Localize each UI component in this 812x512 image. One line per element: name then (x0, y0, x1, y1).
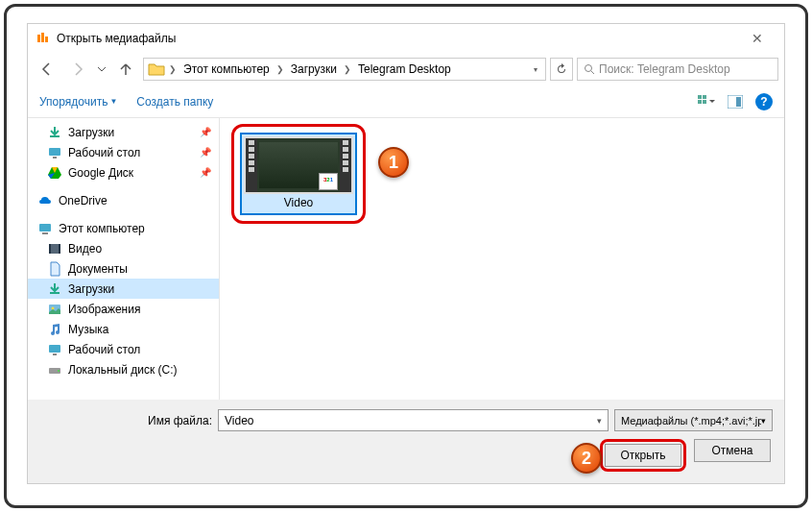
sidebar-item-documents[interactable]: Документы (28, 258, 219, 279)
svg-rect-13 (39, 224, 51, 232)
forward-button[interactable] (64, 56, 91, 83)
desktop-icon (47, 145, 62, 160)
titlebar: Открыть медиафайлы ✕ (28, 24, 784, 53)
dialog-footer: Имя файла: Video▾ Медиафайлы (*.mp4;*.av… (28, 400, 784, 483)
svg-rect-5 (698, 95, 702, 99)
drive-icon (47, 362, 62, 378)
document-icon (47, 261, 62, 277)
sidebar: Загрузки📌 Рабочий стол📌 Google Диск📌 One… (28, 118, 220, 400)
file-label: Video (244, 194, 353, 211)
pc-icon (37, 221, 53, 236)
open-button[interactable]: Открыть (605, 444, 681, 467)
file-open-dialog: Открыть медиафайлы ✕ ❯ Этот компьютер ❯ … (27, 23, 785, 484)
sidebar-item-videos[interactable]: Видео (28, 238, 219, 258)
svg-point-3 (585, 65, 592, 72)
dialog-body: Загрузки📌 Рабочий стол📌 Google Диск📌 One… (28, 118, 784, 400)
file-item-video[interactable]: 321 Video (231, 124, 366, 224)
pin-icon: 📌 (200, 147, 211, 158)
crumb-thispc[interactable]: Этот компьютер (180, 62, 273, 76)
folder-icon (148, 61, 165, 77)
download-icon (47, 281, 62, 297)
new-folder-button[interactable]: Создать папку (136, 95, 213, 109)
help-button[interactable]: ? (755, 93, 773, 110)
file-list[interactable]: 321 Video 1 (220, 118, 784, 400)
svg-rect-14 (42, 232, 48, 234)
navbar: ❯ Этот компьютер ❯ Загрузки ❯ Telegram D… (28, 53, 784, 85)
pin-icon: 📌 (200, 127, 211, 137)
chevron-icon: ❯ (276, 64, 284, 74)
chevron-down-icon[interactable]: ▾ (597, 416, 602, 426)
chevron-down-icon[interactable]: ▾ (530, 65, 541, 74)
sidebar-item-music[interactable]: Музыка (28, 319, 219, 339)
sidebar-item-desktop[interactable]: Рабочий стол📌 (28, 142, 219, 162)
download-icon (47, 125, 62, 140)
gdrive-icon (47, 165, 62, 181)
sidebar-item-thispc[interactable]: Этот компьютер (28, 218, 219, 238)
sidebar-item-images[interactable]: Изображения (28, 299, 219, 319)
svg-rect-11 (49, 148, 60, 156)
music-icon (47, 322, 62, 337)
svg-rect-16 (49, 244, 51, 254)
pin-icon: 📌 (200, 167, 211, 178)
svg-rect-2 (45, 37, 48, 42)
annotation-highlight-1: 321 Video (231, 124, 366, 224)
toolbar: Упорядочить▼ Создать папку ? (28, 85, 784, 118)
video-icon (47, 241, 62, 256)
desktop-icon (47, 342, 62, 357)
annotation-marker-2: 2 (571, 443, 602, 474)
sidebar-item-gdrive[interactable]: Google Диск📌 (28, 162, 219, 183)
search-placeholder: Поиск: Telegram Desktop (599, 62, 730, 76)
sidebar-item-downloads2[interactable]: Загрузки (28, 279, 219, 299)
svg-rect-1 (41, 33, 44, 42)
image-icon (47, 302, 62, 317)
annotation-highlight-2: Открыть (600, 439, 686, 472)
preview-pane-button[interactable] (723, 91, 748, 112)
sidebar-item-onedrive[interactable]: OneDrive (28, 190, 219, 210)
svg-point-23 (58, 370, 60, 372)
up-button[interactable] (112, 56, 139, 83)
view-icons-button[interactable] (694, 91, 719, 112)
svg-rect-7 (698, 100, 702, 104)
refresh-button[interactable] (550, 58, 573, 81)
chevron-icon: ❯ (169, 64, 177, 74)
search-input[interactable]: Поиск: Telegram Desktop (577, 58, 778, 81)
svg-line-4 (591, 71, 594, 74)
breadcrumb[interactable]: ❯ Этот компьютер ❯ Загрузки ❯ Telegram D… (143, 58, 546, 81)
search-icon (584, 63, 595, 75)
app-icon (36, 31, 51, 46)
annotation-marker-1: 1 (378, 147, 409, 178)
video-thumbnail: 321 (244, 136, 353, 194)
svg-rect-20 (49, 345, 60, 353)
filetype-filter[interactable]: Медиафайлы (*.mp4;*.avi;*.jpe▾ (614, 409, 773, 431)
filename-label: Имя файла: (39, 414, 212, 427)
crumb-telegram[interactable]: Telegram Desktop (355, 62, 454, 76)
chevron-icon: ❯ (344, 64, 351, 74)
crumb-downloads[interactable]: Загрузки (288, 62, 340, 76)
filename-input[interactable]: Video▾ (218, 409, 609, 431)
mpc-icon: 321 (319, 173, 338, 190)
svg-rect-10 (736, 97, 741, 107)
sidebar-item-desktop2[interactable]: Рабочий стол (28, 339, 219, 359)
svg-rect-0 (37, 35, 40, 42)
cloud-icon (37, 193, 53, 208)
svg-rect-8 (703, 100, 706, 104)
recent-dropdown[interactable] (95, 56, 108, 83)
back-button[interactable] (34, 56, 60, 83)
close-button[interactable]: ✕ (738, 31, 776, 46)
organize-button[interactable]: Упорядочить▼ (39, 95, 117, 109)
svg-rect-6 (703, 95, 706, 99)
cancel-button[interactable]: Отмена (694, 439, 771, 462)
sidebar-item-downloads[interactable]: Загрузки📌 (28, 122, 219, 142)
svg-rect-12 (53, 157, 57, 158)
svg-rect-17 (59, 244, 60, 254)
svg-rect-21 (53, 354, 57, 355)
dialog-title: Открыть медиафайлы (57, 32, 738, 45)
sidebar-item-localdisk[interactable]: Локальный диск (C:) (28, 359, 219, 379)
